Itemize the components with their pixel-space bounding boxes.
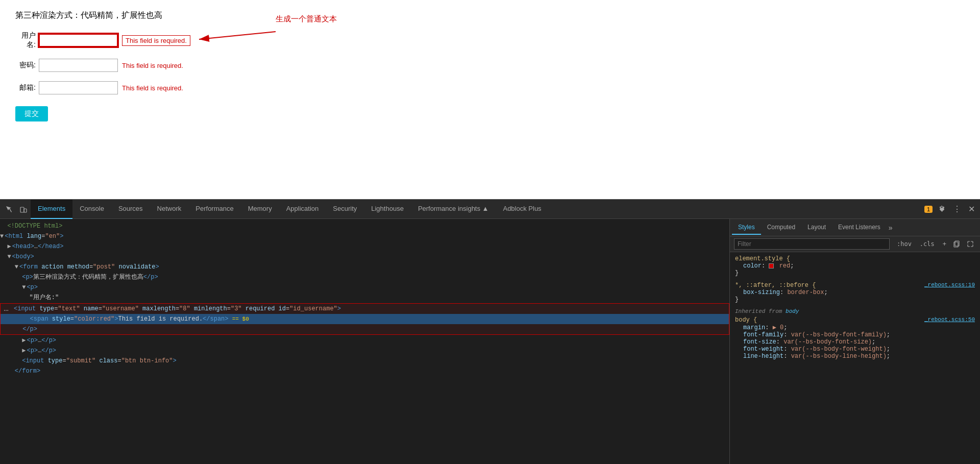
- tab-application[interactable]: Application: [279, 200, 326, 219]
- tab-styles[interactable]: Styles: [732, 221, 761, 235]
- tab-elements[interactable]: Elements: [31, 200, 72, 219]
- password-error: This field is required.: [122, 62, 183, 69]
- tab-computed[interactable]: Computed: [761, 221, 801, 235]
- notification-badge: 1: [924, 206, 933, 213]
- username-label: 用户名:: [15, 31, 36, 50]
- style-rule-universal-close: }: [735, 296, 975, 303]
- email-row: 邮箱: This field is required.: [15, 81, 965, 94]
- filter-row: :hov .cls +: [730, 236, 980, 252]
- dom-line-p-close[interactable]: </p>: [1, 324, 729, 334]
- style-prop-font-weight: font-weight: var(--bs-body-font-weight);: [735, 346, 975, 353]
- dom-line-input-username[interactable]: … <input type="text" name="username" max…: [1, 304, 729, 314]
- username-error: This field is required.: [122, 35, 190, 46]
- style-prop-boxsizing: box-sizing: border-box;: [735, 289, 975, 296]
- dom-line-input-submit[interactable]: <input type="submit" class="btn btn-info…: [0, 356, 729, 366]
- dom-line-head[interactable]: ▶<head>…</head>: [0, 241, 729, 252]
- username-row: 用户名: This field is required.: [15, 31, 965, 50]
- color-swatch-red[interactable]: [769, 263, 774, 268]
- settings-button[interactable]: [935, 203, 949, 215]
- password-input[interactable]: [39, 59, 118, 72]
- add-style-button[interactable]: +: [940, 239, 949, 249]
- preview-area: 第三种渲染方式：代码精简，扩展性也高 用户名: This field is re…: [0, 0, 980, 199]
- dom-line-form-close[interactable]: </form>: [0, 366, 729, 376]
- devtools-toolbar: Elements Console Sources Network Perform…: [0, 200, 980, 219]
- dom-line-body[interactable]: ▼<body>: [0, 252, 729, 262]
- inherited-label: Inherited from body: [735, 308, 975, 314]
- filter-buttons: :hov .cls +: [894, 239, 976, 249]
- style-rule-body: body { _reboot.scss:50 margin: ▶ 0; font…: [735, 316, 975, 360]
- tab-adblock-plus[interactable]: Adblock Plus: [496, 200, 548, 219]
- dom-line-p-username-open[interactable]: ▼<p>: [0, 282, 729, 292]
- dom-highlight-box: … <input type="text" name="username" max…: [0, 303, 729, 335]
- tab-network[interactable]: Network: [150, 200, 189, 219]
- submit-button[interactable]: 提交: [15, 106, 48, 121]
- tab-memory[interactable]: Memory: [241, 200, 279, 219]
- copy-style-button[interactable]: [951, 240, 963, 248]
- password-row: 密码: This field is required.: [15, 59, 965, 72]
- style-prop-line-height: line-height: var(--bs-body-line-height);: [735, 353, 975, 360]
- dom-line-username-text[interactable]: "用户名:": [0, 292, 729, 303]
- annotation-arrow: [194, 21, 286, 52]
- style-prop-font-family: font-family: var(--bs-body-font-family);: [735, 331, 975, 338]
- elements-panel[interactable]: <!DOCTYPE html> ▼<html lang="en"> ▶<head…: [0, 219, 730, 464]
- device-toolbar-button[interactable]: [16, 203, 31, 215]
- email-label: 邮箱:: [15, 83, 36, 92]
- styles-tab-more[interactable]: »: [889, 224, 893, 232]
- dom-line-span-error[interactable]: <span style="color:red">This field is re…: [1, 314, 729, 324]
- style-rule-selector: element.style {: [735, 255, 975, 262]
- preview-title: 第三种渲染方式：代码精简，扩展性也高: [15, 10, 965, 21]
- dom-line-html[interactable]: ▼<html lang="en">: [0, 231, 729, 241]
- tab-security[interactable]: Security: [326, 200, 364, 219]
- tab-sources[interactable]: Sources: [111, 200, 150, 219]
- dom-line-doctype[interactable]: <!DOCTYPE html>: [0, 221, 729, 231]
- style-rule-element: element.style { color: red; }: [735, 255, 975, 277]
- email-error: This field is required.: [122, 84, 183, 92]
- password-label: 密码:: [15, 61, 36, 70]
- tab-console[interactable]: Console: [72, 200, 111, 219]
- devtools-right-icons: 1 ⋮ ✕: [924, 202, 978, 216]
- annotation-text: 生成一个普通文本: [276, 14, 337, 24]
- username-input[interactable]: [39, 34, 118, 47]
- styles-panel: Styles Computed Layout Event Listeners »…: [730, 219, 980, 464]
- dom-line-form[interactable]: ▼<form action method="post" novalidate>: [0, 262, 729, 272]
- styles-tabs: Styles Computed Layout Event Listeners »: [730, 219, 980, 236]
- style-selector-body: body { _reboot.scss:50: [735, 316, 975, 324]
- cls-button[interactable]: .cls: [917, 239, 938, 249]
- svg-line-1: [199, 32, 276, 39]
- dom-line-p2[interactable]: ▶<p>…</p>: [0, 335, 729, 346]
- style-prop-margin: margin: ▶ 0;: [735, 324, 975, 331]
- devtools-content: <!DOCTYPE html> ▼<html lang="en"> ▶<head…: [0, 219, 980, 464]
- style-rule-universal: *, ::after, ::before { _reboot.scss:19 b…: [735, 282, 975, 303]
- style-prop-font-size: font-size: var(--bs-body-font-size);: [735, 338, 975, 346]
- devtools-panel: Elements Console Sources Network Perform…: [0, 199, 980, 464]
- styles-content: element.style { color: red; } *, ::after…: [730, 252, 980, 464]
- style-selector-universal: *, ::after, ::before { _reboot.scss:19: [735, 282, 975, 289]
- hov-button[interactable]: :hov: [894, 239, 915, 249]
- more-options-button[interactable]: ⋮: [950, 202, 964, 216]
- tab-performance-insights[interactable]: Performance insights ▲: [411, 200, 496, 219]
- inspect-element-button[interactable]: [2, 203, 16, 215]
- tab-layout[interactable]: Layout: [801, 221, 832, 235]
- style-rule-close: }: [735, 270, 975, 277]
- email-input[interactable]: [39, 81, 118, 94]
- styles-filter-input[interactable]: [734, 238, 890, 250]
- style-prop-color: color: red;: [735, 262, 975, 270]
- tab-performance[interactable]: Performance: [188, 200, 240, 219]
- svg-rect-2: [20, 207, 24, 212]
- dom-line-p-title[interactable]: <p>第三种渲染方式：代码精简，扩展性也高</p>: [0, 272, 729, 282]
- svg-rect-3: [24, 209, 27, 212]
- dom-line-p3[interactable]: ▶<p>…</p>: [0, 346, 729, 356]
- expand-style-button[interactable]: [965, 240, 976, 248]
- left-dots: …: [1, 304, 10, 313]
- tab-lighthouse[interactable]: Lighthouse: [364, 200, 411, 219]
- tab-event-listeners[interactable]: Event Listeners: [832, 221, 887, 235]
- close-devtools-button[interactable]: ✕: [965, 202, 978, 216]
